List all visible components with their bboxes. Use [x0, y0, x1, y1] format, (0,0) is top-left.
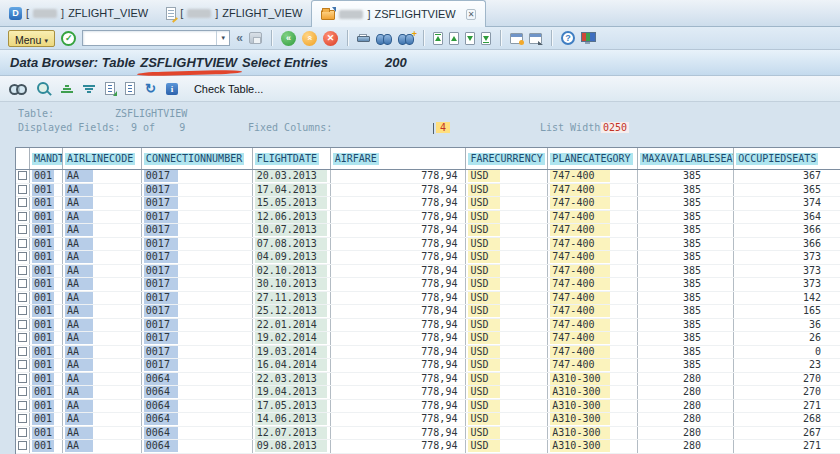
cell-connectionnumber[interactable]: 0017 — [142, 346, 253, 359]
cell-connectionnumber[interactable]: 0064 — [142, 413, 253, 426]
row-checkbox[interactable] — [18, 360, 27, 369]
cell-airfare[interactable]: 778,94 — [331, 305, 467, 318]
cell-occupiedseats[interactable]: 36 — [734, 319, 840, 332]
row-checkbox[interactable] — [18, 266, 27, 275]
cell-airfare[interactable]: 778,94 — [331, 278, 467, 291]
cell-connectionnumber[interactable]: 0064 — [142, 440, 253, 453]
cell-occupiedseats[interactable]: 270 — [734, 373, 840, 386]
cell-maxavailableseats[interactable]: 280 — [638, 440, 734, 453]
cell-farecurrency[interactable]: USD — [466, 184, 548, 197]
cell-occupiedseats[interactable]: 268 — [734, 413, 840, 426]
cell-airfare[interactable]: 778,94 — [331, 373, 467, 386]
cell-maxavailableseats[interactable]: 280 — [638, 413, 734, 426]
row-select-cell[interactable] — [16, 332, 30, 345]
cell-mandt[interactable]: 001 — [30, 224, 63, 237]
cell-maxavailableseats[interactable]: 385 — [638, 197, 734, 210]
cell-farecurrency[interactable]: USD — [466, 427, 548, 440]
row-select-cell[interactable] — [16, 211, 30, 224]
cell-maxavailableseats[interactable]: 280 — [638, 427, 734, 440]
cell-planecategory[interactable]: A310-300 — [548, 440, 638, 453]
cell-airlinecode[interactable]: AA — [63, 440, 142, 453]
row-select-cell[interactable] — [16, 386, 30, 399]
row-select-cell[interactable] — [16, 251, 30, 264]
cell-planecategory[interactable]: 747-400 — [548, 211, 638, 224]
cell-planecategory[interactable]: 747-400 — [548, 278, 638, 291]
cell-farecurrency[interactable]: USD — [466, 373, 548, 386]
row-select-cell[interactable] — [16, 427, 30, 440]
row-checkbox[interactable] — [18, 401, 27, 410]
cell-planecategory[interactable]: 747-400 — [548, 292, 638, 305]
cell-farecurrency[interactable]: USD — [466, 251, 548, 264]
cell-planecategory[interactable]: 747-400 — [548, 251, 638, 264]
row-checkbox[interactable] — [18, 428, 27, 437]
cell-occupiedseats[interactable]: 373 — [734, 251, 840, 264]
cell-airfare[interactable]: 778,94 — [331, 427, 467, 440]
cell-flightdate[interactable]: 09.08.2013 — [253, 440, 331, 453]
row-select-cell[interactable] — [16, 224, 30, 237]
cell-occupiedseats[interactable]: 26 — [734, 332, 840, 345]
cell-maxavailableseats[interactable]: 385 — [638, 184, 734, 197]
cell-farecurrency[interactable]: USD — [466, 346, 548, 359]
cell-occupiedseats[interactable]: 165 — [734, 305, 840, 318]
cell-mandt[interactable]: 001 — [30, 184, 63, 197]
cell-connectionnumber[interactable]: 0017 — [142, 292, 253, 305]
cell-flightdate[interactable]: 12.06.2013 — [253, 211, 331, 224]
cell-connectionnumber[interactable]: 0017 — [142, 197, 253, 210]
cell-connectionnumber[interactable]: 0064 — [142, 400, 253, 413]
cell-farecurrency[interactable]: USD — [466, 292, 548, 305]
cell-airlinecode[interactable]: AA — [63, 211, 142, 224]
row-checkbox[interactable] — [18, 279, 27, 288]
cell-farecurrency[interactable]: USD — [466, 413, 548, 426]
cell-flightdate[interactable]: 25.12.2013 — [253, 305, 331, 318]
cell-flightdate[interactable]: 22.03.2013 — [253, 373, 331, 386]
row-select-cell[interactable] — [16, 400, 30, 413]
cell-maxavailableseats[interactable]: 280 — [638, 400, 734, 413]
cell-maxavailableseats[interactable]: 385 — [638, 278, 734, 291]
cell-maxavailableseats[interactable]: 385 — [638, 224, 734, 237]
last-page-icon[interactable] — [481, 32, 491, 45]
select-all-cell[interactable] — [16, 148, 30, 169]
help-icon[interactable]: ? — [561, 31, 575, 45]
cell-occupiedseats[interactable]: 373 — [734, 265, 840, 278]
row-checkbox[interactable] — [18, 171, 27, 180]
row-select-cell[interactable] — [16, 197, 30, 210]
cell-maxavailableseats[interactable]: 385 — [638, 292, 734, 305]
cell-flightdate[interactable]: 30.10.2013 — [253, 278, 331, 291]
cell-connectionnumber[interactable]: 0017 — [142, 251, 253, 264]
refresh-icon[interactable]: ↻ — [145, 82, 156, 95]
cell-airfare[interactable]: 778,94 — [331, 332, 467, 345]
cell-planecategory[interactable]: A310-300 — [548, 413, 638, 426]
cell-airlinecode[interactable]: AA — [63, 292, 142, 305]
list-width-field[interactable]: 0250 — [601, 122, 629, 133]
column-header-mandt[interactable]: MANDT — [30, 148, 63, 169]
cell-planecategory[interactable]: A310-300 — [548, 373, 638, 386]
cell-planecategory[interactable]: 747-400 — [548, 184, 638, 197]
row-checkbox[interactable] — [18, 198, 27, 207]
row-checkbox[interactable] — [18, 347, 27, 356]
cell-connectionnumber[interactable]: 0017 — [142, 170, 253, 183]
cell-maxavailableseats[interactable]: 385 — [638, 238, 734, 251]
cell-farecurrency[interactable]: USD — [466, 197, 548, 210]
find-icon[interactable] — [376, 33, 392, 44]
cell-connectionnumber[interactable]: 0017 — [142, 265, 253, 278]
cell-flightdate[interactable]: 04.09.2013 — [253, 251, 331, 264]
cell-airlinecode[interactable]: AA — [63, 265, 142, 278]
cell-mandt[interactable]: 001 — [30, 427, 63, 440]
cell-farecurrency[interactable]: USD — [466, 400, 548, 413]
row-checkbox[interactable] — [18, 293, 27, 302]
row-select-cell[interactable] — [16, 265, 30, 278]
cell-airlinecode[interactable]: AA — [63, 319, 142, 332]
cell-airlinecode[interactable]: AA — [63, 238, 142, 251]
cell-airlinecode[interactable]: AA — [63, 305, 142, 318]
row-select-cell[interactable] — [16, 440, 30, 453]
choose-details-icon[interactable] — [37, 82, 51, 96]
cell-flightdate[interactable]: 07.08.2013 — [253, 238, 331, 251]
cell-airfare[interactable]: 778,94 — [331, 319, 467, 332]
tab-zflight-view-logon[interactable]: D [ ] ZFLIGHT_VIEW — [0, 0, 157, 26]
row-checkbox[interactable] — [18, 387, 27, 396]
cell-airfare[interactable]: 778,94 — [331, 211, 467, 224]
cell-mandt[interactable]: 001 — [30, 346, 63, 359]
collapse-icon[interactable]: « — [236, 31, 243, 45]
close-tab-icon[interactable]: ✕ — [466, 9, 477, 20]
row-checkbox[interactable] — [18, 225, 27, 234]
